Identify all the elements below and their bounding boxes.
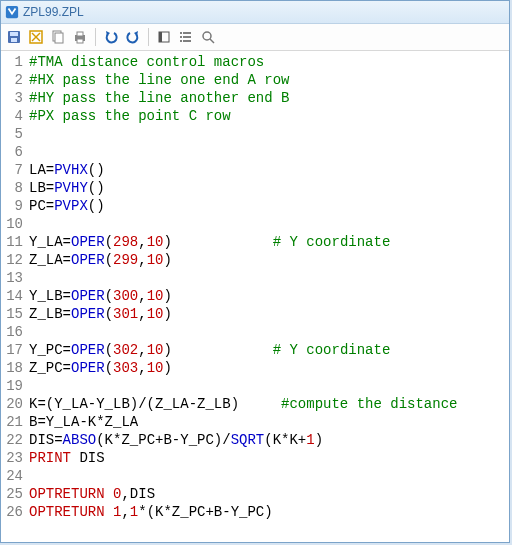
svg-rect-3 bbox=[11, 38, 17, 42]
line-number: 20 bbox=[1, 395, 29, 413]
code-content[interactable]: K=(Y_LA-Y_LB)/(Z_LA-Z_LB) #compute the d… bbox=[29, 395, 457, 413]
search-button[interactable] bbox=[199, 28, 217, 46]
line-number: 24 bbox=[1, 467, 29, 485]
line-number: 12 bbox=[1, 251, 29, 269]
svg-point-21 bbox=[180, 40, 182, 42]
code-line[interactable]: 17Y_PC=OPER(302,10) # Y coordinate bbox=[1, 341, 509, 359]
line-number: 25 bbox=[1, 485, 29, 503]
svg-rect-10 bbox=[77, 32, 83, 36]
line-number: 15 bbox=[1, 305, 29, 323]
undo-button[interactable] bbox=[102, 28, 120, 46]
code-editor[interactable]: 1#TMA distance control macros2#HX pass t… bbox=[1, 51, 509, 542]
line-number: 2 bbox=[1, 71, 29, 89]
app-icon bbox=[5, 5, 19, 19]
line-number: 19 bbox=[1, 377, 29, 395]
code-content[interactable]: DIS=ABSO(K*Z_PC+B-Y_PC)/SQRT(K*K+1) bbox=[29, 431, 323, 449]
code-line[interactable]: 26OPTRETURN 1,1*(K*Z_PC+B-Y_PC) bbox=[1, 503, 509, 521]
svg-rect-0 bbox=[6, 6, 18, 18]
code-content[interactable]: Y_LB=OPER(300,10) bbox=[29, 287, 172, 305]
editor-window: ZPL99.ZPL 1#TMA distance bbox=[0, 0, 510, 543]
code-line[interactable]: 1#TMA distance control macros bbox=[1, 53, 509, 71]
svg-rect-15 bbox=[159, 32, 162, 42]
line-number: 22 bbox=[1, 431, 29, 449]
code-line[interactable]: 5 bbox=[1, 125, 509, 143]
code-content[interactable]: PC=PVPX() bbox=[29, 197, 105, 215]
clear-button[interactable] bbox=[27, 28, 45, 46]
toolbar-separator bbox=[148, 28, 149, 46]
code-line[interactable]: 7LA=PVHX() bbox=[1, 161, 509, 179]
line-number: 14 bbox=[1, 287, 29, 305]
svg-point-20 bbox=[180, 36, 182, 38]
svg-point-22 bbox=[203, 32, 211, 40]
print-button[interactable] bbox=[71, 28, 89, 46]
code-content[interactable]: Z_PC=OPER(303,10) bbox=[29, 359, 172, 377]
code-content[interactable]: OPTRETURN 1,1*(K*Z_PC+B-Y_PC) bbox=[29, 503, 273, 521]
code-line[interactable]: 12Z_LA=OPER(299,10) bbox=[1, 251, 509, 269]
code-content[interactable]: #PX pass the point C row bbox=[29, 107, 231, 125]
code-line[interactable]: 15Z_LB=OPER(301,10) bbox=[1, 305, 509, 323]
code-line[interactable]: 13 bbox=[1, 269, 509, 287]
line-number: 4 bbox=[1, 107, 29, 125]
code-content[interactable]: Z_LA=OPER(299,10) bbox=[29, 251, 172, 269]
code-line[interactable]: 24 bbox=[1, 467, 509, 485]
code-content[interactable]: Y_LA=OPER(298,10) # Y coordinate bbox=[29, 233, 390, 251]
code-content[interactable]: LA=PVHX() bbox=[29, 161, 105, 179]
line-number: 17 bbox=[1, 341, 29, 359]
svg-rect-2 bbox=[10, 32, 18, 36]
toolbar bbox=[1, 24, 509, 51]
code-line[interactable]: 9PC=PVPX() bbox=[1, 197, 509, 215]
code-line[interactable]: 8LB=PVHY() bbox=[1, 179, 509, 197]
line-number: 16 bbox=[1, 323, 29, 341]
line-number: 13 bbox=[1, 269, 29, 287]
line-number: 6 bbox=[1, 143, 29, 161]
view-list-button[interactable] bbox=[177, 28, 195, 46]
line-number: 26 bbox=[1, 503, 29, 521]
line-number: 9 bbox=[1, 197, 29, 215]
code-content[interactable]: #HX pass the line one end A row bbox=[29, 71, 289, 89]
code-line[interactable]: 18Z_PC=OPER(303,10) bbox=[1, 359, 509, 377]
line-number: 7 bbox=[1, 161, 29, 179]
view-plain-button[interactable] bbox=[155, 28, 173, 46]
toolbar-separator bbox=[95, 28, 96, 46]
line-number: 3 bbox=[1, 89, 29, 107]
code-content[interactable]: #HY pass the line another end B bbox=[29, 89, 289, 107]
code-content[interactable]: #TMA distance control macros bbox=[29, 53, 264, 71]
line-number: 5 bbox=[1, 125, 29, 143]
line-number: 11 bbox=[1, 233, 29, 251]
code-line[interactable]: 2#HX pass the line one end A row bbox=[1, 71, 509, 89]
copy-button[interactable] bbox=[49, 28, 67, 46]
save-button[interactable] bbox=[5, 28, 23, 46]
redo-button[interactable] bbox=[124, 28, 142, 46]
svg-rect-8 bbox=[55, 33, 63, 43]
code-line[interactable]: 14Y_LB=OPER(300,10) bbox=[1, 287, 509, 305]
code-line[interactable]: 21B=Y_LA-K*Z_LA bbox=[1, 413, 509, 431]
svg-line-23 bbox=[210, 39, 214, 43]
line-number: 1 bbox=[1, 53, 29, 71]
code-content[interactable]: OPTRETURN 0,DIS bbox=[29, 485, 155, 503]
code-line[interactable]: 22DIS=ABSO(K*Z_PC+B-Y_PC)/SQRT(K*K+1) bbox=[1, 431, 509, 449]
line-number: 10 bbox=[1, 215, 29, 233]
code-line[interactable]: 3#HY pass the line another end B bbox=[1, 89, 509, 107]
code-line[interactable]: 25OPTRETURN 0,DIS bbox=[1, 485, 509, 503]
svg-point-19 bbox=[180, 32, 182, 34]
code-content[interactable]: Z_LB=OPER(301,10) bbox=[29, 305, 172, 323]
code-line[interactable]: 20K=(Y_LA-Y_LB)/(Z_LA-Z_LB) #compute the… bbox=[1, 395, 509, 413]
code-content[interactable]: B=Y_LA-K*Z_LA bbox=[29, 413, 138, 431]
line-number: 18 bbox=[1, 359, 29, 377]
code-line[interactable]: 23PRINT DIS bbox=[1, 449, 509, 467]
code-line[interactable]: 10 bbox=[1, 215, 509, 233]
code-line[interactable]: 11Y_LA=OPER(298,10) # Y coordinate bbox=[1, 233, 509, 251]
code-line[interactable]: 16 bbox=[1, 323, 509, 341]
code-line[interactable]: 4#PX pass the point C row bbox=[1, 107, 509, 125]
line-number: 21 bbox=[1, 413, 29, 431]
code-line[interactable]: 6 bbox=[1, 143, 509, 161]
code-content[interactable]: LB=PVHY() bbox=[29, 179, 105, 197]
code-line[interactable]: 19 bbox=[1, 377, 509, 395]
code-content[interactable]: Y_PC=OPER(302,10) # Y coordinate bbox=[29, 341, 390, 359]
line-number: 23 bbox=[1, 449, 29, 467]
line-number: 8 bbox=[1, 179, 29, 197]
svg-rect-11 bbox=[77, 39, 83, 43]
titlebar: ZPL99.ZPL bbox=[1, 1, 509, 24]
code-content[interactable]: PRINT DIS bbox=[29, 449, 105, 467]
window-title: ZPL99.ZPL bbox=[23, 5, 84, 19]
